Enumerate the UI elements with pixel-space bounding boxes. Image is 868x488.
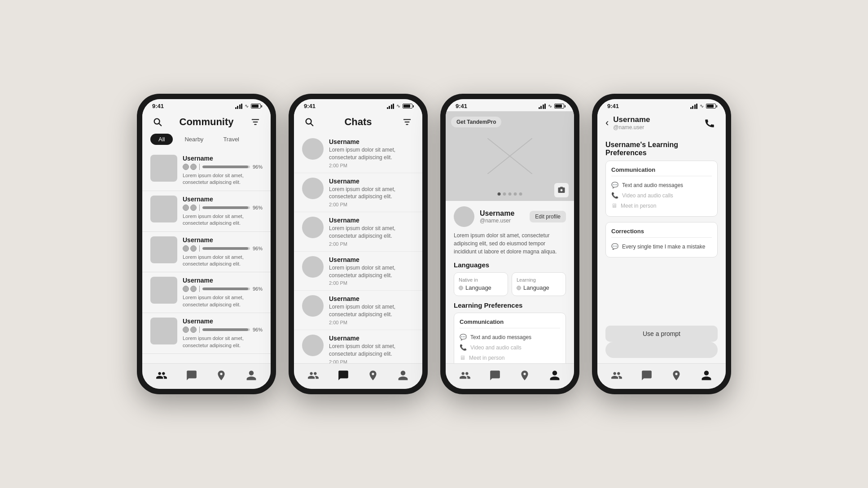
- pref-item: 📞 Video and audio calls: [611, 190, 712, 200]
- tab-all[interactable]: All: [150, 134, 173, 145]
- nav-community[interactable]: [458, 368, 472, 383]
- detail-handle: @name.user: [613, 124, 697, 131]
- signal-icon: [690, 104, 698, 109]
- progress-bar: [202, 328, 250, 331]
- search-button[interactable]: [302, 115, 316, 129]
- progress-percent: 96%: [253, 205, 263, 210]
- nav-profile[interactable]: [244, 368, 259, 383]
- avatar: [302, 295, 324, 317]
- wifi-icon: ∿: [700, 103, 704, 109]
- tab-travel[interactable]: Travel: [215, 134, 247, 145]
- message-icon: 💬: [460, 334, 467, 340]
- chat-time: 2:00 PM: [329, 163, 414, 168]
- phone-profile: 9:41 ∿ Get TandemPro: [440, 94, 579, 394]
- chat-item[interactable]: Username Lorem ipsum dolor sit amet, con…: [294, 134, 422, 173]
- chat-username: Username: [329, 335, 414, 342]
- nav-explore[interactable]: [517, 368, 532, 383]
- battery-icon: [251, 104, 261, 109]
- chat-time: 2:00 PM: [329, 280, 414, 286]
- search-button[interactable]: [150, 115, 165, 129]
- progress-row: 96%: [183, 327, 263, 333]
- nav-community[interactable]: [609, 368, 624, 383]
- pref-item: 🖥 Meet in person: [611, 200, 712, 211]
- bottom-nav: [597, 363, 726, 389]
- nav-explore[interactable]: [669, 368, 684, 383]
- corrections-item: 💬 Every single time I make a mistake: [611, 241, 712, 252]
- edit-profile-button[interactable]: Edit profile: [530, 211, 566, 222]
- video-icon: 📞: [611, 192, 618, 199]
- progress-row: 96%: [183, 164, 263, 170]
- nav-explore[interactable]: [214, 368, 228, 383]
- signal-icon: [539, 104, 546, 109]
- nav-chats[interactable]: [184, 368, 199, 383]
- progress-percent: 96%: [253, 327, 263, 332]
- detail-content: Communication 💬 Text and audio messages …: [597, 161, 726, 363]
- status-bar: 9:41 ∿: [142, 99, 271, 111]
- chat-preview: Lorem ipsum dolor sit amet, consectetur …: [329, 264, 414, 279]
- nav-profile[interactable]: [699, 368, 714, 383]
- chat-item[interactable]: Username Lorem ipsum dolor sit amet, con…: [294, 173, 422, 213]
- filter-button[interactable]: [248, 115, 263, 129]
- battery-icon: [706, 104, 716, 109]
- detail-screen: 9:41 ∿ ‹ Userna: [597, 99, 726, 389]
- profile-bio: Lorem ipsum dolor sit amet, consectetur …: [454, 231, 566, 256]
- user-description: Lorem ipsum dolor sit amet, consectetur …: [183, 172, 263, 186]
- status-time: 9:41: [607, 103, 619, 109]
- corrections-title: Corrections: [611, 228, 712, 238]
- chat-preview: Lorem ipsum dolor sit amet, consectetur …: [329, 303, 414, 318]
- list-item[interactable]: Username 96% Lorem ips: [142, 191, 271, 232]
- learning-prefs-card: Communication 💬 Text and audio messages …: [454, 313, 566, 363]
- nav-community[interactable]: [306, 368, 320, 383]
- avatar: [302, 256, 324, 278]
- community-list: Username 96% Lorem ips: [142, 150, 271, 363]
- username: Username: [183, 277, 263, 284]
- chat-item[interactable]: Username Lorem ipsum dolor sit amet, con…: [294, 252, 422, 291]
- camera-button[interactable]: [554, 183, 569, 197]
- pref-item: 📞 Video and audio calls: [460, 342, 560, 353]
- pref-label: Video and audio calls: [470, 344, 522, 351]
- phone-chats: 9:41 ∿: [289, 94, 428, 394]
- user-info: Username 96% Lorem ips: [183, 277, 263, 308]
- status-icons: ∿: [690, 103, 716, 109]
- back-button[interactable]: ‹: [605, 117, 609, 129]
- nav-community[interactable]: [154, 368, 169, 383]
- nav-profile[interactable]: [396, 368, 410, 383]
- bottom-nav: [446, 363, 574, 389]
- learning-prefs-title: Learning Preferences: [454, 301, 566, 309]
- person-icon: 🖥: [611, 202, 617, 209]
- nav-chats[interactable]: [640, 368, 654, 383]
- list-item[interactable]: Username 96% Lorem ips: [142, 272, 271, 313]
- nav-chats[interactable]: [488, 368, 502, 383]
- communication-title: Communication: [611, 166, 712, 176]
- chats-header: Chats: [294, 111, 422, 134]
- image-dots: [498, 192, 522, 196]
- bottom-nav: [294, 363, 422, 389]
- message-input[interactable]: [605, 342, 718, 358]
- chat-item[interactable]: Username Lorem ipsum dolor sit amet, con…: [294, 330, 422, 363]
- svg-line-1: [159, 123, 161, 126]
- pref-item: 💬 Text and audio messages: [460, 332, 560, 342]
- nav-profile[interactable]: [548, 368, 562, 383]
- use-prompt-button[interactable]: Use a prompt: [605, 326, 718, 342]
- chat-time: 2:00 PM: [329, 320, 414, 325]
- call-button[interactable]: [701, 115, 718, 131]
- profile-info: Username @name.user Edit profile Lorem i…: [446, 201, 574, 363]
- filter-button[interactable]: [400, 115, 414, 129]
- flag-circles: [183, 164, 197, 170]
- chat-item[interactable]: Username Lorem ipsum dolor sit amet, con…: [294, 291, 422, 330]
- profile-handle: @name.user: [480, 218, 524, 224]
- list-item[interactable]: Username 96% Lorem ips: [142, 313, 271, 354]
- status-icons: ∿: [235, 103, 261, 109]
- progress-bar: [202, 288, 250, 290]
- chat-username: Username: [329, 138, 414, 145]
- language-cards: Native in Language Learning L: [454, 272, 566, 296]
- list-item[interactable]: Username 96% Lorem ips: [142, 232, 271, 273]
- tab-nearby[interactable]: Nearby: [176, 134, 211, 145]
- battery-icon: [403, 104, 412, 109]
- nav-explore[interactable]: [366, 368, 380, 383]
- list-item[interactable]: Username 96% Lorem ips: [142, 150, 271, 191]
- chat-item[interactable]: Username Lorem ipsum dolor sit amet, con…: [294, 212, 422, 252]
- profile-content: Username @name.user Edit profile Lorem i…: [446, 201, 574, 363]
- nav-chats[interactable]: [336, 368, 351, 383]
- avatar: [150, 318, 177, 344]
